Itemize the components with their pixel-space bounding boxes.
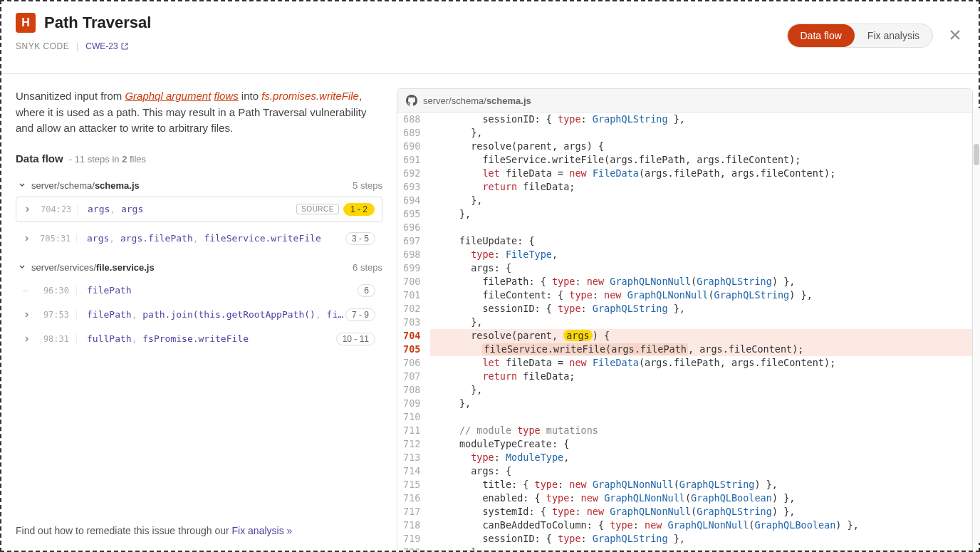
header-left: H Path Traversal SNYK CODE | CWE-23: [16, 13, 151, 51]
code-line: args: {: [430, 261, 972, 275]
code-line: },: [430, 207, 972, 221]
product-label: SNYK CODE: [16, 41, 69, 51]
code-body[interactable]: 6886896906916926936946956966976986997007…: [397, 113, 972, 550]
code-line: sessionID: { type: GraphQLString },: [430, 532, 972, 546]
close-icon: [949, 28, 961, 41]
code-file-path: server/schema/schema.js: [423, 95, 531, 106]
step-location: 96:30: [40, 286, 77, 296]
logo-letter: H: [21, 16, 30, 29]
close-button[interactable]: [946, 23, 964, 48]
code-line: },: [430, 397, 972, 410]
code-line: resolve(parent, args) {: [430, 140, 972, 153]
remediation-footer: Find out how to remediate this issue thr…: [16, 511, 382, 536]
code-line: return fileData;: [430, 370, 972, 383]
code-lines: sessionID: { type: GraphQLString }, }, r…: [430, 113, 972, 550]
body: Unsanitized input from Graphql argument …: [1, 74, 979, 551]
code-line: enabled: { type: new GraphQLNonNull(Grap…: [430, 491, 972, 505]
scrollbar-thumb[interactable]: [974, 144, 979, 165]
external-link-icon: [121, 43, 128, 50]
chevron-right-icon: [24, 206, 32, 213]
chevron-right-icon: [23, 235, 31, 242]
file-path: server/services/file.service.js: [31, 262, 155, 273]
step-location: 705:31: [40, 234, 77, 244]
chevron-right-icon: [23, 311, 31, 318]
code-line: fileService.writeFile(args.filePath, arg…: [430, 343, 972, 356]
code-line: canBeAddedToColumn: { type: new GraphQLN…: [430, 519, 972, 532]
flows-link[interactable]: flows: [214, 90, 238, 102]
code-line: let fileData = new FileData(args.filePat…: [430, 356, 972, 370]
fix-analysis-tab[interactable]: Fix analysis: [855, 24, 932, 47]
chevron-down-icon: [19, 264, 26, 271]
source-badge: SOURCE: [296, 204, 339, 214]
code-line: fileUpdate: {: [430, 234, 972, 248]
dataflow-header: Data flow - 11 steps in 2 files: [16, 152, 382, 165]
code-line: },: [430, 546, 972, 550]
view-toggle: Data flow Fix analysis: [787, 24, 934, 48]
desc-mid: into: [239, 90, 262, 102]
graphql-arg-link[interactable]: Graphql argument: [125, 90, 211, 102]
step-bullet: –: [23, 285, 31, 296]
dataflow-step[interactable]: 97:53filePath, path.join(this.getRootApp…: [16, 303, 382, 327]
meta-divider: |: [76, 41, 78, 51]
code-line: moduleTypeCreate: {: [430, 437, 972, 451]
step-badge: 1 - 2: [343, 203, 375, 216]
code-line: fileContent: { type: new GraphQLNonNull(…: [430, 288, 972, 302]
file-path: server/schema/schema.js: [31, 180, 140, 191]
step-tokens: args, args: [88, 204, 296, 214]
code-line: },: [430, 194, 972, 207]
code-line: type: FileType,: [430, 248, 972, 261]
code-panel: server/schema/schema.js 6886896906916926…: [397, 88, 973, 551]
step-range-badge: 10 - 11: [336, 333, 375, 345]
footer-text: Find out how to remediate this issue thr…: [16, 525, 232, 536]
code-line: filePath: { type: new GraphQLNonNull(Gra…: [430, 275, 972, 288]
file-header[interactable]: server/services/file.service.js6 steps: [16, 256, 382, 278]
logo: H: [16, 13, 36, 33]
page-title: Path Traversal: [44, 14, 151, 32]
scrollbar-track[interactable]: [973, 108, 980, 543]
code-line: sessionID: { type: GraphQLString },: [430, 113, 972, 126]
dataflow-sub: - 11 steps in 2 files: [69, 154, 146, 165]
code-line: sessionID: { type: GraphQLString },: [430, 302, 972, 316]
desc-target: fs.promises.writeFile: [261, 90, 359, 102]
step-range-badge: 3 - 5: [345, 232, 375, 245]
code-line: let fileData = new FileData(args.filePat…: [430, 167, 972, 180]
code-line: [430, 410, 972, 424]
file-groups: server/schema/schema.js5 steps704:23args…: [16, 175, 382, 357]
header: H Path Traversal SNYK CODE | CWE-23 Data…: [1, 1, 979, 74]
code-line: },: [430, 126, 972, 140]
chevron-down-icon: [19, 182, 26, 189]
dataflow-step[interactable]: 704:23args, argsSOURCE1 - 2: [16, 197, 382, 222]
code-file-header[interactable]: server/schema/schema.js: [397, 89, 972, 113]
cwe-link[interactable]: CWE-23: [85, 41, 127, 51]
sub-prefix: - 11 steps in: [69, 154, 122, 165]
code-line: [430, 221, 972, 234]
fix-analysis-link[interactable]: Fix analysis »: [232, 525, 293, 536]
code-line: type: ModuleType,: [430, 451, 972, 464]
code-line: args: {: [430, 464, 972, 478]
file-group: server/schema/schema.js5 steps704:23args…: [16, 175, 382, 251]
step-location: 98:31: [40, 334, 77, 344]
code-line: // module type mutations: [430, 424, 972, 437]
chevron-right-icon: [23, 335, 31, 343]
steps-count: 6 steps: [353, 262, 382, 273]
step-range-badge: 6: [358, 284, 375, 297]
sub-suffix: files: [127, 154, 146, 165]
step-tokens: filePath: [87, 285, 358, 296]
dataflow-step[interactable]: –96:30filePath6: [16, 278, 382, 303]
file-group: server/services/file.service.js6 steps–9…: [16, 256, 382, 351]
file-header[interactable]: server/schema/schema.js5 steps: [16, 175, 382, 197]
dataflow-step[interactable]: 98:31fullPath, fsPromise.writeFile10 - 1…: [16, 327, 382, 351]
cwe-text: CWE-23: [85, 41, 118, 51]
left-panel: Unsanitized input from Graphql argument …: [1, 74, 397, 551]
code-line: title: { type: new GraphQLNonNull(GraphQ…: [430, 478, 972, 491]
step-tokens: fullPath, fsPromise.writeFile: [87, 333, 336, 344]
step-tokens: filePath, path.join(this.getRootAppPath(…: [87, 309, 345, 320]
header-right: Data flow Fix analysis: [787, 13, 965, 48]
code-line: systemId: { type: new GraphQLNonNull(Gra…: [430, 505, 972, 519]
steps-count: 5 steps: [353, 180, 382, 191]
code-gutter: 6886896906916926936946956966976986997007…: [397, 113, 430, 550]
dataflow-step[interactable]: 705:31args, args.filePath, fileService.w…: [16, 226, 382, 251]
step-tokens: args, args.filePath, fileService.writeFi…: [87, 233, 345, 244]
dataflow-title: Data flow: [16, 152, 63, 165]
dataflow-tab[interactable]: Data flow: [788, 24, 855, 47]
